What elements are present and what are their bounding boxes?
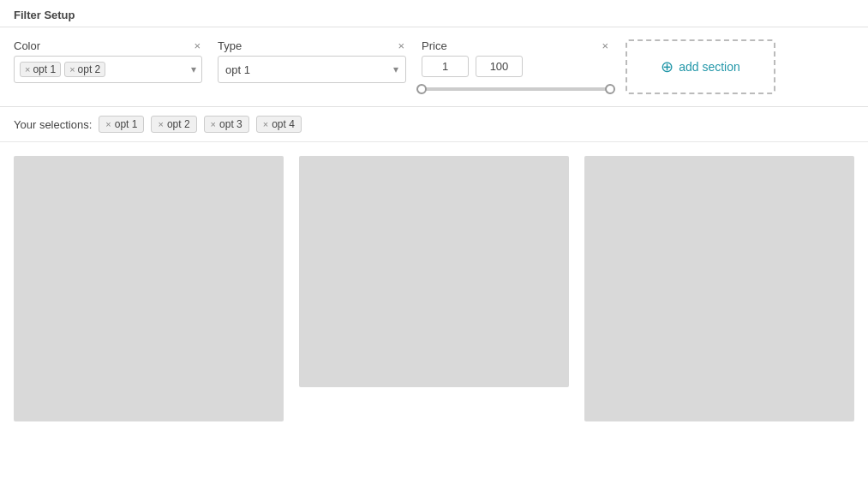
price-slider-fill bbox=[422, 87, 610, 91]
color-filter-label-row: Color × bbox=[14, 39, 202, 52]
price-slider-thumb-min[interactable] bbox=[416, 84, 427, 94]
selections-row: Your selections: × opt 1 × opt 2 × opt 3… bbox=[0, 107, 868, 142]
color-tag-opt1: × opt 1 bbox=[20, 62, 61, 77]
price-slider-track bbox=[422, 87, 610, 91]
color-tag-opt2: × opt 2 bbox=[64, 62, 105, 77]
type-filter-input[interactable]: opt 1 ▾ bbox=[218, 56, 406, 83]
price-min-input[interactable] bbox=[422, 56, 469, 77]
content-card-1 bbox=[14, 156, 284, 421]
color-filter-input[interactable]: × opt 1 × opt 2 ▾ bbox=[14, 56, 202, 83]
content-card-2 bbox=[299, 156, 569, 387]
selection-tag-opt1: × opt 1 bbox=[99, 116, 144, 133]
color-tag-opt2-label: opt 2 bbox=[78, 63, 101, 75]
color-filter-close-button[interactable]: × bbox=[192, 40, 202, 51]
selection-tag-opt1-remove[interactable]: × bbox=[105, 119, 111, 129]
content-grid bbox=[0, 142, 868, 435]
add-section-label: add section bbox=[679, 60, 740, 74]
price-filter-section: Price × bbox=[422, 39, 610, 94]
price-slider-thumb-max[interactable] bbox=[605, 84, 615, 94]
selections-label: Your selections: bbox=[14, 118, 92, 131]
color-filter-arrow: ▾ bbox=[191, 63, 196, 75]
selection-tag-opt2-label: opt 2 bbox=[167, 118, 190, 130]
price-inputs-row bbox=[422, 56, 610, 77]
type-filter-value: opt 1 bbox=[225, 63, 250, 76]
type-filter-arrow: ▾ bbox=[393, 63, 398, 75]
page-title: Filter Setup bbox=[0, 0, 868, 27]
color-filter-label: Color bbox=[14, 39, 40, 52]
add-section-button[interactable]: ⊕ add section bbox=[626, 39, 775, 94]
selection-tag-opt2-remove[interactable]: × bbox=[158, 119, 163, 129]
price-max-input[interactable] bbox=[476, 56, 523, 77]
selection-tag-opt3: × opt 3 bbox=[204, 116, 249, 133]
type-filter-label-row: Type × bbox=[218, 39, 406, 52]
selection-tag-opt3-label: opt 3 bbox=[219, 118, 242, 130]
type-filter-label: Type bbox=[218, 39, 242, 52]
add-section-icon: ⊕ bbox=[661, 57, 673, 76]
type-filter-section: Type × opt 1 ▾ bbox=[218, 39, 406, 83]
type-filter-close-button[interactable]: × bbox=[396, 40, 406, 51]
selection-tag-opt1-label: opt 1 bbox=[115, 118, 138, 130]
content-card-3 bbox=[584, 156, 854, 421]
selection-tag-opt3-remove[interactable]: × bbox=[211, 119, 216, 129]
price-slider-container bbox=[422, 84, 610, 94]
selection-tag-opt4-label: opt 4 bbox=[272, 118, 295, 130]
color-filter-section: Color × × opt 1 × opt 2 ▾ bbox=[14, 39, 202, 83]
filter-bar: Color × × opt 1 × opt 2 ▾ Type × opt 1 ▾ bbox=[0, 27, 868, 107]
color-tag-opt1-remove[interactable]: × bbox=[25, 64, 30, 75]
selection-tag-opt4-remove[interactable]: × bbox=[263, 119, 268, 129]
price-filter-close-button[interactable]: × bbox=[600, 40, 610, 51]
price-filter-label-row: Price × bbox=[422, 39, 610, 52]
color-tag-opt2-remove[interactable]: × bbox=[69, 64, 75, 75]
color-tag-opt1-label: opt 1 bbox=[33, 63, 56, 75]
selection-tag-opt4: × opt 4 bbox=[256, 116, 302, 133]
price-filter-label: Price bbox=[422, 39, 447, 52]
selection-tag-opt2: × opt 2 bbox=[151, 116, 196, 133]
